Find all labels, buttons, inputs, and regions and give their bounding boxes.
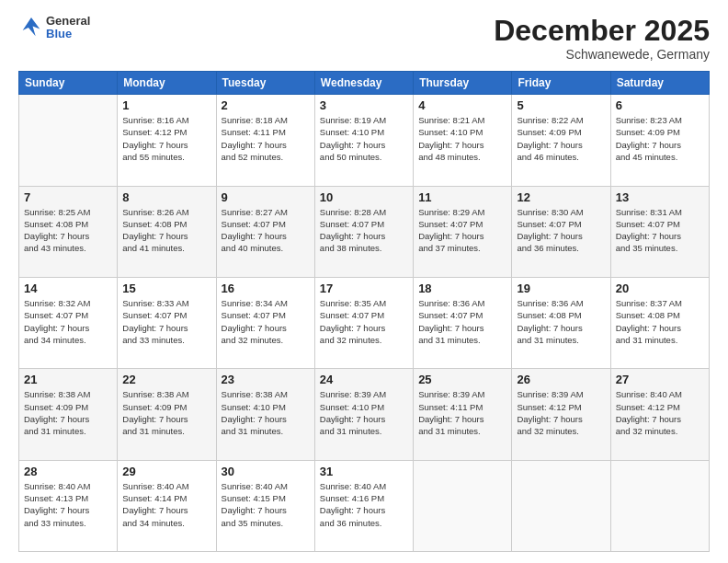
day-info: Sunrise: 8:28 AMSunset: 4:07 PMDaylight:… xyxy=(320,206,408,255)
day-number: 27 xyxy=(616,373,704,386)
sunrise-text: Sunrise: 8:27 AM xyxy=(222,206,310,218)
day-number: 22 xyxy=(122,373,210,386)
calendar-cell: 19Sunrise: 8:36 AMSunset: 4:08 PMDayligh… xyxy=(512,277,610,368)
daylight-text: Daylight: 7 hours xyxy=(122,230,210,242)
sunrise-text: Sunrise: 8:34 AM xyxy=(222,297,310,309)
daylight-text-cont: and 33 minutes. xyxy=(122,334,210,346)
daylight-text: Daylight: 7 hours xyxy=(122,413,210,425)
calendar-cell: 30Sunrise: 8:40 AMSunset: 4:15 PMDayligh… xyxy=(216,460,314,551)
sunrise-text: Sunrise: 8:40 AM xyxy=(222,480,310,492)
day-info: Sunrise: 8:38 AMSunset: 4:10 PMDaylight:… xyxy=(222,388,310,437)
daylight-text: Daylight: 7 hours xyxy=(24,230,112,242)
calendar-header-row: SundayMondayTuesdayWednesdayThursdayFrid… xyxy=(19,72,710,95)
day-info: Sunrise: 8:39 AMSunset: 4:12 PMDaylight:… xyxy=(517,388,605,437)
daylight-text-cont: and 43 minutes. xyxy=(24,242,112,254)
day-number: 14 xyxy=(24,282,112,295)
daylight-text-cont: and 31 minutes. xyxy=(418,425,506,437)
sunrise-text: Sunrise: 8:26 AM xyxy=(122,206,210,218)
daylight-text-cont: and 31 minutes. xyxy=(24,425,112,437)
col-header-wednesday: Wednesday xyxy=(314,72,413,95)
daylight-text-cont: and 32 minutes. xyxy=(517,425,605,437)
daylight-text: Daylight: 7 hours xyxy=(517,413,605,425)
daylight-text-cont: and 37 minutes. xyxy=(418,242,506,254)
day-info: Sunrise: 8:35 AMSunset: 4:07 PMDaylight:… xyxy=(320,297,408,346)
day-number: 11 xyxy=(418,190,506,204)
sunset-text: Sunset: 4:07 PM xyxy=(24,309,112,321)
sunset-text: Sunset: 4:07 PM xyxy=(418,309,506,321)
daylight-text-cont: and 31 minutes. xyxy=(418,334,506,346)
sunset-text: Sunset: 4:12 PM xyxy=(616,401,704,413)
day-info: Sunrise: 8:25 AMSunset: 4:08 PMDaylight:… xyxy=(24,206,112,255)
day-number: 28 xyxy=(24,465,112,478)
calendar-cell: 23Sunrise: 8:38 AMSunset: 4:10 PMDayligh… xyxy=(216,369,314,460)
calendar: SundayMondayTuesdayWednesdayThursdayFrid… xyxy=(18,71,710,552)
daylight-text: Daylight: 7 hours xyxy=(122,139,210,151)
calendar-cell: 20Sunrise: 8:37 AMSunset: 4:08 PMDayligh… xyxy=(610,277,709,368)
calendar-cell: 16Sunrise: 8:34 AMSunset: 4:07 PMDayligh… xyxy=(216,277,314,368)
day-info: Sunrise: 8:16 AMSunset: 4:12 PMDaylight:… xyxy=(122,114,210,163)
day-info: Sunrise: 8:19 AMSunset: 4:10 PMDaylight:… xyxy=(320,114,408,163)
sunset-text: Sunset: 4:13 PM xyxy=(24,492,112,504)
daylight-text: Daylight: 7 hours xyxy=(320,322,408,334)
daylight-text: Daylight: 7 hours xyxy=(418,230,506,242)
sunrise-text: Sunrise: 8:28 AM xyxy=(320,206,408,218)
day-number: 26 xyxy=(517,373,605,386)
day-info: Sunrise: 8:22 AMSunset: 4:09 PMDaylight:… xyxy=(517,114,605,163)
sunrise-text: Sunrise: 8:21 AM xyxy=(418,114,506,126)
sunrise-text: Sunrise: 8:19 AM xyxy=(320,114,408,126)
daylight-text-cont: and 46 minutes. xyxy=(517,151,605,163)
svg-marker-0 xyxy=(23,17,40,36)
calendar-week-row: 28Sunrise: 8:40 AMSunset: 4:13 PMDayligh… xyxy=(19,460,710,551)
calendar-week-row: 7Sunrise: 8:25 AMSunset: 4:08 PMDaylight… xyxy=(19,186,710,277)
day-info: Sunrise: 8:30 AMSunset: 4:07 PMDaylight:… xyxy=(517,206,605,255)
daylight-text: Daylight: 7 hours xyxy=(222,139,310,151)
day-info: Sunrise: 8:36 AMSunset: 4:08 PMDaylight:… xyxy=(517,297,605,346)
calendar-cell: 26Sunrise: 8:39 AMSunset: 4:12 PMDayligh… xyxy=(512,369,610,460)
calendar-cell: 6Sunrise: 8:23 AMSunset: 4:09 PMDaylight… xyxy=(610,95,709,186)
daylight-text: Daylight: 7 hours xyxy=(517,139,605,151)
daylight-text: Daylight: 7 hours xyxy=(24,322,112,334)
col-header-monday: Monday xyxy=(118,72,216,95)
calendar-week-row: 14Sunrise: 8:32 AMSunset: 4:07 PMDayligh… xyxy=(19,277,710,368)
sunset-text: Sunset: 4:11 PM xyxy=(222,126,310,138)
sunset-text: Sunset: 4:07 PM xyxy=(320,309,408,321)
daylight-text-cont: and 31 minutes. xyxy=(222,425,310,437)
daylight-text-cont: and 52 minutes. xyxy=(222,151,310,163)
daylight-text: Daylight: 7 hours xyxy=(222,504,310,516)
sunset-text: Sunset: 4:08 PM xyxy=(24,218,112,230)
day-info: Sunrise: 8:32 AMSunset: 4:07 PMDaylight:… xyxy=(24,297,112,346)
daylight-text-cont: and 36 minutes. xyxy=(517,242,605,254)
day-number: 21 xyxy=(24,373,112,386)
calendar-cell: 5Sunrise: 8:22 AMSunset: 4:09 PMDaylight… xyxy=(512,95,610,186)
daylight-text: Daylight: 7 hours xyxy=(418,322,506,334)
calendar-cell: 29Sunrise: 8:40 AMSunset: 4:14 PMDayligh… xyxy=(118,460,216,551)
day-number: 6 xyxy=(616,98,704,112)
daylight-text-cont: and 32 minutes. xyxy=(616,425,704,437)
daylight-text-cont: and 55 minutes. xyxy=(122,151,210,163)
daylight-text-cont: and 41 minutes. xyxy=(122,242,210,254)
calendar-cell: 4Sunrise: 8:21 AMSunset: 4:10 PMDaylight… xyxy=(414,95,512,186)
sunset-text: Sunset: 4:07 PM xyxy=(222,309,310,321)
sunrise-text: Sunrise: 8:25 AM xyxy=(24,206,112,218)
col-header-saturday: Saturday xyxy=(610,72,709,95)
daylight-text: Daylight: 7 hours xyxy=(418,413,506,425)
sunset-text: Sunset: 4:09 PM xyxy=(616,126,704,138)
daylight-text-cont: and 35 minutes. xyxy=(616,242,704,254)
sunrise-text: Sunrise: 8:31 AM xyxy=(616,206,704,218)
daylight-text-cont: and 34 minutes. xyxy=(24,334,112,346)
day-number: 16 xyxy=(222,282,310,295)
calendar-cell: 24Sunrise: 8:39 AMSunset: 4:10 PMDayligh… xyxy=(314,369,413,460)
day-info: Sunrise: 8:40 AMSunset: 4:16 PMDaylight:… xyxy=(320,480,408,529)
sunset-text: Sunset: 4:09 PM xyxy=(122,401,210,413)
daylight-text: Daylight: 7 hours xyxy=(616,139,704,151)
day-info: Sunrise: 8:40 AMSunset: 4:14 PMDaylight:… xyxy=(122,480,210,529)
daylight-text-cont: and 32 minutes. xyxy=(222,334,310,346)
day-number: 3 xyxy=(320,98,408,112)
header: General Blue December 2025 Schwanewede, … xyxy=(18,15,710,62)
sunrise-text: Sunrise: 8:38 AM xyxy=(24,388,112,400)
sunrise-text: Sunrise: 8:22 AM xyxy=(517,114,605,126)
logo-general: General xyxy=(46,15,90,28)
sunset-text: Sunset: 4:14 PM xyxy=(122,492,210,504)
day-number: 9 xyxy=(222,190,310,204)
daylight-text: Daylight: 7 hours xyxy=(616,230,704,242)
